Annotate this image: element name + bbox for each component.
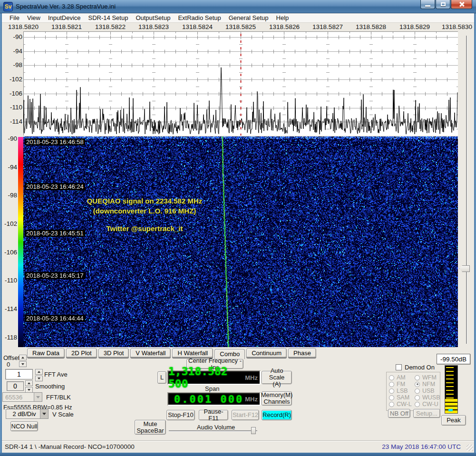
waterfall-db-label: -118 (2, 334, 17, 341)
radio-wfm[interactable] (415, 375, 420, 380)
radio-am[interactable] (389, 375, 394, 380)
smoothing-input[interactable]: 0 (7, 381, 24, 391)
tab-phase[interactable]: Phase (288, 348, 316, 358)
maximize-button[interactable] (436, 0, 450, 9)
freq-tick-label: 1318.5822 (95, 23, 126, 30)
fft-ave-down-button[interactable] (35, 376, 43, 381)
tab-h-waterfall[interactable]: H Waterfall (172, 348, 213, 358)
minimize-button[interactable] (420, 0, 435, 9)
chevron-down-icon (36, 396, 40, 398)
fft-ave-input[interactable]: 1 (5, 369, 33, 379)
window-border (0, 453, 476, 456)
client-area: File View InputDevice SDR-14 Setup Outpu… (2, 13, 474, 453)
radio-lsb[interactable] (389, 388, 394, 394)
record-button[interactable]: Record(R) (262, 410, 292, 420)
center-frequency-display[interactable]: 1,318.582 500 MHz (167, 370, 261, 385)
v-scale-select[interactable]: 2 dB/Div (6, 409, 49, 419)
menu-file[interactable]: File (6, 13, 23, 22)
memory-channels-button[interactable]: Memory(M) Channels (262, 391, 292, 406)
title-bar: Sv SpectraVue Ver. 3.28 SpectraVue.ini (0, 0, 476, 13)
menu-sdr14-setup[interactable]: SDR-14 Setup (85, 13, 132, 22)
tab-continuum[interactable]: Continuum (246, 348, 287, 358)
dropdown-button[interactable] (40, 409, 48, 418)
waterfall-db-label: -110 (2, 277, 17, 284)
waterfall-annotation: QUEQIAO signal on 2234.582 MHz (downconv… (54, 196, 235, 233)
offset-value: 0 (7, 361, 10, 368)
audio-volume-label: Audio Volume (197, 424, 235, 431)
radio-cwu[interactable] (415, 402, 420, 407)
fft-blk-select[interactable]: 65536 (2, 392, 42, 402)
fft-ave-up-button[interactable] (35, 369, 43, 375)
radio-am-label: AM (397, 374, 406, 381)
radio-wusb[interactable] (415, 395, 420, 400)
freq-tick-label: 1318.5823 (138, 23, 169, 30)
signal-level-readout: -99.50dB (437, 354, 470, 364)
dropdown-button[interactable] (34, 393, 42, 401)
demod-on-checkbox[interactable] (396, 364, 402, 370)
radio-cwl-label: CW-L (397, 401, 412, 407)
freq-tick-label: 1318.5830 (442, 23, 472, 30)
up-arrow-icon (38, 371, 40, 373)
waterfall-db-label: -106 (2, 249, 17, 256)
stop-button[interactable]: Stop-F10 (166, 410, 195, 420)
radio-fm-label: FM (397, 381, 405, 388)
radio-sam-label: SAM (397, 394, 409, 401)
waterfall-colorbar (18, 137, 23, 347)
menu-extradio-setup[interactable]: ExtRadio Setup (174, 13, 224, 22)
radio-sam[interactable] (389, 395, 394, 400)
status-datetime: 23 May 2018 16:47:00 UTC (382, 443, 474, 450)
waterfall-scale-slider-track[interactable] (466, 36, 467, 344)
freq-tick-label: 1318.5829 (399, 23, 430, 30)
tab-v-waterfall[interactable]: V Waterfall (130, 348, 171, 358)
radio-cwl[interactable] (389, 402, 394, 407)
menu-view[interactable]: View (23, 13, 44, 22)
span-display[interactable]: 0.001 000 MHz (167, 392, 261, 406)
spectrum-db-label: -110 (2, 104, 22, 111)
radio-fm[interactable] (389, 382, 394, 387)
tab-2d-plot[interactable]: 2D Plot (66, 348, 97, 358)
lock-l-button[interactable]: L (157, 371, 166, 384)
freq-tick-label: 1318.5825 (225, 23, 256, 30)
span-label: Span (205, 385, 219, 392)
waterfall-scale-slider-thumb[interactable] (459, 265, 470, 272)
tab-raw-data[interactable]: Raw Data (27, 348, 65, 358)
tab-3d-plot[interactable]: 3D Plot (98, 348, 129, 358)
menu-general-setup[interactable]: General Setup (225, 13, 272, 22)
auto-scale-button[interactable]: Auto Scale (A) (262, 371, 292, 384)
start-button[interactable]: Start-F12 (232, 410, 259, 420)
signal-meter (445, 365, 458, 414)
resize-grip-icon[interactable] (466, 445, 473, 451)
radio-lsb-label: LSB (397, 388, 408, 394)
freq-tick-label: 1318.5824 (182, 23, 213, 30)
channels-label: Channels (264, 398, 290, 405)
radio-wfm-label: WFM (422, 374, 437, 381)
pause-button[interactable]: Pause-F11 (199, 410, 228, 420)
setup-button[interactable]: Setup... (413, 409, 440, 418)
audio-volume-slider-track[interactable] (169, 430, 257, 432)
offset-down-button[interactable] (19, 361, 27, 367)
mute-key: SpaceBar (136, 427, 164, 434)
waterfall-display[interactable] (23, 136, 458, 347)
smoothing-up-button[interactable] (25, 380, 33, 386)
down-arrow-icon (28, 389, 30, 391)
radio-usb[interactable] (415, 388, 420, 394)
radio-nfm[interactable] (415, 382, 420, 387)
audio-volume-slider-thumb[interactable] (251, 427, 256, 434)
offset-up-button[interactable] (19, 355, 27, 360)
menu-input-device[interactable]: InputDevice (44, 13, 85, 22)
auto-scale-label: Auto Scale (262, 368, 291, 381)
menu-output-setup[interactable]: OutputSetup (132, 13, 174, 22)
peak-button[interactable]: Peak (441, 415, 466, 426)
down-arrow-icon (38, 378, 40, 379)
nco-null-button[interactable]: NCO Null (10, 421, 38, 431)
radio-cwu-label: CW-U (422, 401, 438, 407)
menu-help[interactable]: Help (272, 13, 293, 22)
spectrum-db-label: -94 (2, 48, 22, 55)
close-button[interactable] (451, 0, 472, 9)
down-arrow-icon (21, 363, 24, 365)
mute-button[interactable]: Mute SpaceBar (135, 420, 166, 435)
nb-off-button[interactable]: NB Off (388, 409, 410, 418)
annotation-line: (downconverter L.O. 916 MHZ) (54, 206, 235, 216)
freq-tick-label: 1318.5828 (356, 23, 386, 30)
spectrum-plot[interactable] (23, 31, 458, 136)
